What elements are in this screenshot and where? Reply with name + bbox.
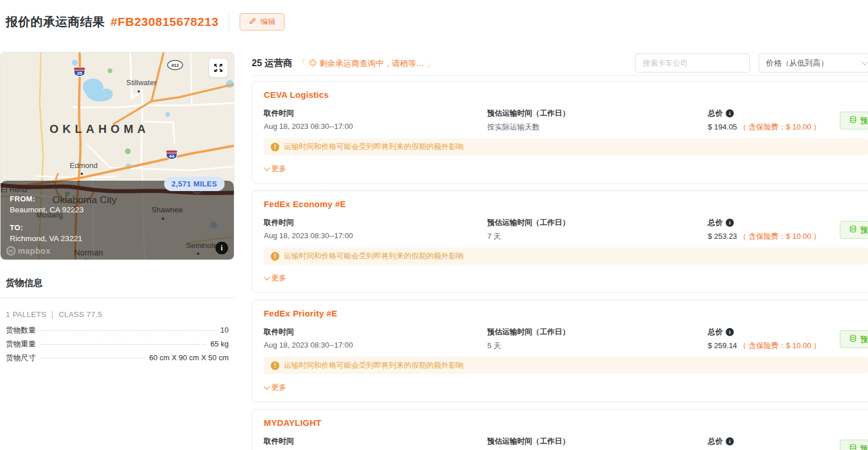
total-price-label: 总价 i — [708, 218, 837, 228]
svg-text:44: 44 — [169, 154, 175, 159]
mapbox-wordmark: mapbox — [18, 246, 51, 255]
carrier-name: FedEx Economy #E — [264, 199, 867, 209]
chevron-down-icon — [264, 165, 270, 171]
more-toggle[interactable]: 更多 — [264, 382, 286, 392]
cargo-row-label: 货物重量 — [6, 339, 36, 349]
pencil-icon — [249, 17, 256, 26]
quote-results-page: 报价的承运商结果 #FB230815678213 编辑 — [0, 0, 868, 450]
book-button[interactable]: 预订 — [840, 112, 868, 129]
pickup-label: 取件时间 — [264, 218, 483, 228]
map-info-button[interactable]: i — [215, 242, 228, 254]
cargo-row: 货物重量 65 kg — [0, 337, 234, 351]
map-attribution: m mapbox — [6, 246, 51, 255]
book-button[interactable]: 预订 — [840, 440, 868, 450]
insurance-note: （ 含保险费：$ 10.00 ） — [739, 123, 821, 131]
i44-shield: 44 — [166, 150, 177, 159]
route-map[interactable]: OKLAHOMA Stillwater Edmond El Reno 35 41… — [0, 52, 234, 260]
pickup-label: 取件时间 — [264, 436, 483, 447]
map-city-label: Edmond — [70, 161, 97, 170]
pickup-label: 取件时间 — [264, 108, 483, 119]
page-title: 报价的承运商结果 — [6, 14, 105, 30]
dotted-leader — [40, 358, 145, 359]
carrier-name: MYDAYLIGHT — [264, 418, 867, 428]
holiday-warning: ! 运输时间和价格可能会受到即将到来的假期的额外影响 — [264, 357, 868, 374]
map-city-label: Stillwater — [126, 78, 157, 87]
cargo-row-value: 65 kg — [210, 340, 229, 348]
carrier-card: MYDAYLIGHT 取件时间 Aug 18, 2023 08:30--17:0… — [252, 409, 868, 450]
loading-notice-text: 剩余承运商查询中，请稍等… — [319, 59, 424, 69]
bracket-open: 「 — [298, 58, 306, 69]
price-info-icon[interactable]: i — [726, 219, 734, 227]
chevron-down-icon — [264, 383, 270, 390]
cargo-title: 货物信息 — [0, 265, 234, 298]
carrier-card: FedEx Priority #E 取件时间 Aug 18, 2023 08:3… — [252, 300, 868, 402]
book-button-label: 预订 — [861, 334, 868, 345]
dotted-leader — [40, 330, 216, 331]
loading-notice: 「 剩余承运商查询中，请稍等… 」 — [298, 58, 435, 69]
cargo-summary: 1 PALLETS ｜ CLASS 77.5 — [0, 298, 234, 323]
cargo-row-label: 货物尺寸 — [6, 353, 36, 363]
book-button-label: 预订 — [861, 116, 868, 126]
pickup-value: Aug 18, 2023 08:30--17:00 — [264, 341, 483, 349]
left-column: OKLAHOMA Stillwater Edmond El Reno 35 41… — [0, 52, 234, 365]
to-value: Richmond, VA 23221 — [10, 234, 225, 243]
sort-select[interactable]: 价格（从低到高） — [759, 54, 868, 73]
map-state-label: OKLAHOMA — [50, 123, 150, 135]
cargo-row: 货物尺寸 60 cm X 90 cm X 50 cm — [0, 351, 234, 365]
order-id: #FB230815678213 — [111, 15, 218, 29]
results-header: 25 运营商 「 剩余承运商查询中，请稍等… 」 价格（从低到高） — [252, 52, 868, 76]
price-value: $ 253.23 — [708, 232, 737, 241]
price-info-icon[interactable]: i — [726, 109, 734, 117]
book-button[interactable]: 预订 — [840, 330, 868, 348]
transit-label: 预估运输时间（工作日） — [487, 327, 695, 337]
cargo-row: 货物数量 10 — [0, 323, 234, 337]
warning-text: 运输时间和价格可能会受到即将到来的假期的额外影响 — [284, 360, 464, 371]
bracket-close: 」 — [426, 58, 435, 69]
svg-text:412: 412 — [171, 63, 179, 68]
book-button-label: 预订 — [861, 225, 868, 235]
results-panel: 25 运营商 「 剩余承运商查询中，请稍等… 」 价格（从低到高） — [252, 52, 868, 450]
search-input[interactable] — [635, 54, 750, 73]
header-divider — [229, 13, 229, 30]
total-price-label: 总价 i — [708, 327, 837, 337]
price-info-icon[interactable]: i — [726, 328, 734, 336]
book-button[interactable]: 预订 — [840, 221, 868, 239]
dotted-leader — [40, 344, 206, 345]
sort-select-value: 价格（从低到高） — [766, 58, 828, 68]
transit-value: 按实际运输天数 — [487, 122, 695, 132]
cargo-row-value: 60 cm X 90 cm X 50 cm — [149, 353, 229, 362]
coin-icon — [849, 225, 857, 235]
us412-shield: 412 — [168, 60, 183, 70]
to-label: TO: — [10, 223, 225, 232]
more-label: 更多 — [271, 273, 286, 283]
warning-text: 运输时间和价格可能会受到即将到来的假期的额外影响 — [284, 251, 464, 261]
edit-button[interactable]: 编辑 — [240, 13, 285, 30]
more-toggle[interactable]: 更多 — [264, 163, 286, 174]
transit-label: 预估运输时间（工作日） — [487, 108, 695, 119]
price-value: $ 259.14 — [708, 341, 737, 350]
pickup-label: 取件时间 — [264, 327, 483, 337]
total-price-label: 总价 i — [708, 436, 837, 447]
warning-icon: ! — [271, 252, 279, 261]
more-toggle[interactable]: 更多 — [264, 273, 286, 283]
book-button-label: 预订 — [861, 444, 868, 450]
mapbox-logo-icon: m — [6, 246, 16, 255]
i35-shield: 35 — [74, 67, 85, 77]
carrier-card: FedEx Economy #E 取件时间 Aug 18, 2023 08:30… — [252, 190, 868, 293]
carrier-list: CEVA Logistics 取件时间 Aug 18, 2023 08:30--… — [252, 81, 868, 450]
results-count: 25 运营商 — [252, 58, 292, 70]
coin-icon — [849, 116, 857, 125]
warning-text: 运输时间和价格可能会受到即将到来的假期的额外影响 — [284, 142, 464, 152]
transit-value: 7 天 — [487, 231, 695, 242]
map-fullscreen-button[interactable] — [209, 58, 228, 78]
svg-text:35: 35 — [77, 71, 82, 76]
price-info-icon[interactable]: i — [726, 437, 734, 445]
more-label: 更多 — [271, 163, 286, 174]
warning-icon: ! — [271, 143, 279, 151]
transit-value: 5 天 — [487, 341, 695, 351]
info-icon: i — [221, 244, 222, 253]
more-label: 更多 — [271, 382, 286, 392]
cargo-info-section: 货物信息 1 PALLETS ｜ CLASS 77.5 货物数量 10 货物重量… — [0, 265, 234, 365]
spinner-icon — [309, 59, 317, 68]
pickup-value: Aug 18, 2023 08:30--17:00 — [264, 231, 483, 240]
